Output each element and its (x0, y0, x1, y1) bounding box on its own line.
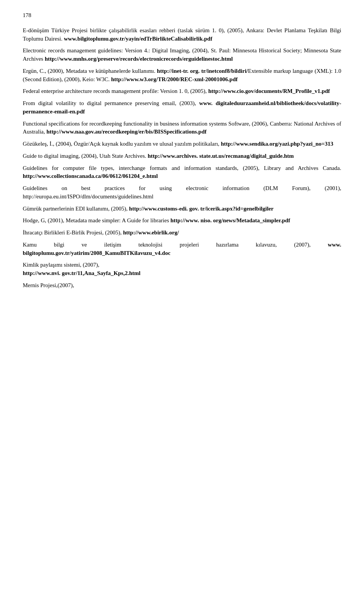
ref10-text: Guidelines on best practices for using e… (23, 184, 341, 201)
ref5-block: From digital volatility to digital perma… (23, 99, 341, 116)
ref1-link[interactable]: www.bilgitoplumu.gov.tr/yayin/edTrBirlik… (64, 36, 212, 42)
ref8-text: Guide to digital imaging, (2004), Utah S… (23, 152, 341, 160)
ref8-link[interactable]: http://www.archives. state.ut.us/recmana… (148, 153, 294, 159)
ref3-link2[interactable]: http://www.w3.org/TR/2000/REC-xml-200010… (111, 76, 238, 82)
ref9-text: Guidelines for computer file types, inte… (23, 164, 341, 181)
ref10-block: Guidelines on best practices for using e… (23, 184, 341, 201)
ref6-link[interactable]: http://www.naa.gov.au/recordkeeping/er/b… (46, 129, 206, 135)
ref4-block: Federal enterprise architecture records … (23, 87, 341, 96)
ref16-block: Mernis Projesi,(2007), (23, 281, 341, 290)
ref8-block: Guide to digital imaging, (2004), Utah S… (23, 152, 341, 160)
ref13-text: İhracatçı Birlikleri E-Birlik Projesi, (… (23, 229, 341, 237)
ref13-block: İhracatçı Birlikleri E-Birlik Projesi, (… (23, 229, 341, 237)
ref4-link[interactable]: http://www.cio.gov/documents/RM_Profile_… (208, 88, 330, 94)
ref6-text: Functional specifications for recordkeep… (23, 120, 341, 137)
ref11-text: Gümrük partnerlerinin EDI kullanımı, (20… (23, 205, 341, 213)
ref15-block: Kimlik paylaşımı sistemi, (2007), http:/… (23, 261, 341, 278)
references-section: E-dönüşüm Türkiye Projesi birlikte çalış… (23, 27, 341, 290)
ref14-block: Kamu bilgi ve iletişim teknolojisi proje… (23, 241, 341, 258)
ref7-text: Gözükeleş, İ., (2004), Özgür/Açık kaynak… (23, 140, 341, 148)
ref9-link[interactable]: http://www.collectionscanada.ca/06/0612/… (23, 173, 158, 179)
page-number: 178 (23, 11, 341, 20)
ref7-link[interactable]: http://www.sendika.org/yazi.php?yazi_no=… (221, 141, 333, 147)
ref11-block: Gümrük partnerlerinin EDI kullanımı, (20… (23, 205, 341, 213)
ref12-link[interactable]: http://www. niso. org/news/Metadata_simp… (170, 217, 290, 223)
ref15-text: Kimlik paylaşımı sistemi, (2007), (23, 261, 341, 269)
ref3-block: Ergün, C., (2000), Metadata ve kütüphane… (23, 67, 341, 84)
ref3-link[interactable]: http://inet-tr. org. tr/inetconf8/bildir… (157, 68, 248, 74)
ref5-link[interactable]: www. digitaleduurzaamheid.nl/bibliotheek… (23, 100, 341, 115)
ref13-link[interactable]: http://www.ebirlik.org/ (123, 229, 179, 236)
ref2-text: Electronic records management guidelines… (23, 47, 341, 63)
ref12-text: Hodge, G, (2001), Metadata made simpler:… (23, 217, 341, 225)
ref1-text: E-dönüşüm Türkiye Projesi birlikte çalış… (23, 27, 341, 43)
ref14-link[interactable]: www. bilgitoplumu.gov.tr/yatirim/2008_Ka… (23, 242, 341, 256)
ref4-text: Federal enterprise architecture records … (23, 87, 341, 96)
ref7-block: Gözükeleş, İ., (2004), Özgür/Açık kaynak… (23, 140, 341, 148)
ref3-text: Ergün, C., (2000), Metadata ve kütüphane… (23, 67, 341, 84)
ref14-text: Kamu bilgi ve iletişim teknolojisi proje… (23, 241, 341, 258)
ref16-text: Mernis Projesi,(2007), (23, 281, 341, 290)
ref11-link[interactable]: http://www.customs-edi. gov. tr/icerik.a… (129, 206, 273, 212)
ref2-link[interactable]: http://www.mnhs.org/preserve/records/ele… (45, 56, 233, 62)
ref12-block: Hodge, G, (2001), Metadata made simpler:… (23, 217, 341, 225)
ref15-link[interactable]: http://www.nvi. gov.tr/11,Ana_Sayfa_Kps,… (23, 269, 341, 278)
ref2-block: Electronic records management guidelines… (23, 47, 341, 63)
ref9-block: Guidelines for computer file types, inte… (23, 164, 341, 181)
ref6-block: Functional specifications for recordkeep… (23, 120, 341, 137)
ref1-block: E-dönüşüm Türkiye Projesi birlikte çalış… (23, 27, 341, 43)
ref5-text: From digital volatility to digital perma… (23, 99, 341, 116)
